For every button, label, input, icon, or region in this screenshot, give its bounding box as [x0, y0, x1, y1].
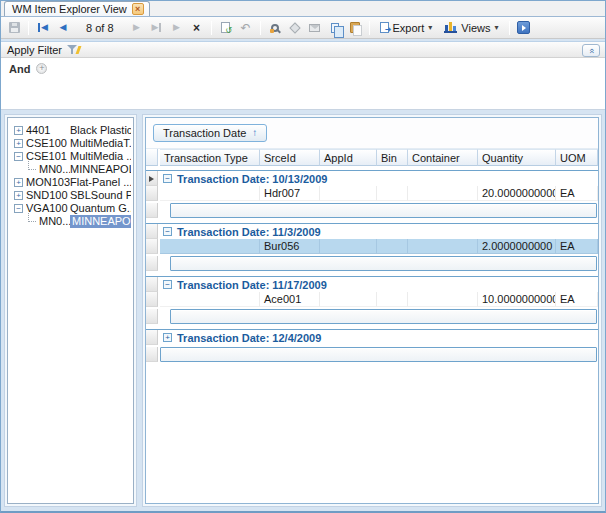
print-preview-button[interactable] — [266, 19, 284, 37]
group-header[interactable]: − Transaction Date: 11/3/2009 — [160, 224, 598, 239]
cell-transaction-type[interactable] — [160, 292, 260, 307]
group-header[interactable]: − Transaction Date: 10/13/2009 — [160, 171, 598, 186]
group-header-row[interactable]: − Transaction Date: 11/3/2009 — [146, 223, 598, 239]
export-button[interactable]: Export ▾ — [375, 18, 438, 38]
new-window-button[interactable] — [515, 19, 533, 37]
cell-appid[interactable] — [320, 239, 377, 254]
data-row-ace001[interactable]: Ace001 10.0000000000 EA — [146, 292, 598, 307]
group-summary-row — [146, 256, 598, 271]
new-window-icon — [517, 21, 530, 34]
row-selector[interactable] — [146, 203, 158, 218]
collapse-filter-button[interactable]: « — [582, 44, 600, 57]
column-header-container[interactable]: Container — [408, 149, 478, 166]
cell-quantity[interactable]: 2.0000000000 — [478, 239, 556, 254]
current-record-selector[interactable] — [146, 171, 158, 186]
data-row-bur056-selected[interactable]: Bur056 2.0000000000 EA — [146, 239, 598, 254]
tree-item-mon103[interactable]: + MON103 Flat-Panel ... — [10, 176, 131, 189]
cell-appid[interactable] — [320, 292, 377, 307]
cell-quantity[interactable]: 20.0000000000 — [478, 186, 556, 201]
cell-appid[interactable] — [320, 186, 377, 201]
row-selector[interactable] — [146, 309, 158, 324]
cell-uom[interactable]: EA — [556, 292, 598, 307]
tree-item-snd100[interactable]: + SND100 SBLSound Pl... — [10, 189, 131, 202]
add-condition-icon[interactable]: + — [36, 63, 47, 74]
row-selector[interactable] — [146, 186, 158, 201]
copy-button[interactable] — [326, 19, 344, 37]
views-dropdown-icon[interactable]: ▾ — [495, 23, 499, 32]
cell-bin[interactable] — [377, 292, 408, 307]
attachment-button[interactable] — [286, 19, 304, 37]
save-button[interactable] — [5, 19, 23, 37]
group-by-transaction-date-button[interactable]: Transaction Date ↑ — [153, 124, 267, 142]
collapse-toggle-icon[interactable]: − — [14, 152, 23, 161]
next-record-button[interactable]: ▶ — [128, 19, 146, 37]
column-header-appid[interactable]: AppId — [320, 149, 377, 166]
column-header-quantity[interactable]: Quantity — [478, 149, 556, 166]
first-record-icon: ◀ — [38, 23, 48, 32]
cell-bin[interactable] — [377, 186, 408, 201]
row-selector[interactable] — [146, 239, 158, 254]
row-selector[interactable] — [146, 292, 158, 307]
group-header-row[interactable]: + Transaction Date: 12/4/2009 — [146, 329, 598, 345]
cell-srceid[interactable]: Ace001 — [260, 292, 320, 307]
cell-srceid[interactable]: Bur056 — [260, 239, 320, 254]
group-header-row[interactable]: − Transaction Date: 10/13/2009 — [146, 170, 598, 186]
tree-item-cse100[interactable]: + CSE100 MultiMediaT... — [10, 137, 131, 150]
collapse-toggle-icon[interactable]: − — [14, 204, 23, 213]
expand-toggle-icon[interactable]: + — [14, 191, 23, 200]
save-icon — [9, 22, 20, 33]
group-expand-icon[interactable]: + — [163, 333, 172, 342]
tree-item-desc: MultiMediaT... — [70, 137, 131, 150]
first-record-button[interactable]: ◀ — [34, 19, 52, 37]
views-button[interactable]: Views ▾ — [439, 18, 503, 38]
tree-item-4401[interactable]: + 4401 Black Plastic... — [10, 124, 131, 137]
cell-uom[interactable]: EA — [556, 186, 598, 201]
column-header-transaction-type[interactable]: Transaction Type — [160, 149, 260, 166]
group-header[interactable]: − Transaction Date: 11/17/2009 — [160, 277, 598, 292]
row-selector[interactable] — [146, 256, 158, 271]
tab-wm-item-explorer[interactable]: WM Item Explorer View × — [4, 1, 150, 16]
undo-icon: ↶ — [241, 21, 251, 35]
column-header-srceid[interactable]: SrceId — [260, 149, 320, 166]
cell-transaction-type[interactable] — [160, 186, 260, 201]
tree-child-item-mn0[interactable]: MN0... MINNEAPOL... — [10, 163, 131, 176]
data-row-hdr007[interactable]: Hdr007 20.0000000000 EA — [146, 186, 598, 201]
cell-quantity[interactable]: 10.0000000000 — [478, 292, 556, 307]
run-button[interactable]: ▶ — [168, 19, 186, 37]
tree-child-item-mn0-selected[interactable]: MN0... MINNEAPOL... — [10, 215, 131, 228]
column-header-uom[interactable]: UOM — [556, 149, 598, 166]
row-selector[interactable] — [146, 330, 158, 345]
apply-filter-header[interactable]: Apply Filter « — [1, 41, 605, 58]
cell-transaction-type[interactable] — [160, 239, 260, 254]
expand-toggle-icon[interactable]: + — [14, 126, 23, 135]
row-selector[interactable] — [146, 347, 158, 362]
undo-button[interactable]: ↶ — [237, 19, 255, 37]
filter-operator[interactable]: And — [9, 63, 30, 75]
delete-button[interactable]: × — [188, 19, 206, 37]
cell-container[interactable] — [408, 239, 478, 254]
group-collapse-icon[interactable]: − — [163, 227, 172, 236]
expand-toggle-icon[interactable]: + — [14, 139, 23, 148]
tab-close-icon[interactable]: × — [132, 3, 144, 15]
group-header-row[interactable]: − Transaction Date: 11/17/2009 — [146, 276, 598, 292]
cell-container[interactable] — [408, 186, 478, 201]
refresh-button[interactable]: ↺ — [217, 19, 235, 37]
paste-button[interactable] — [346, 19, 364, 37]
expand-toggle-icon[interactable]: + — [14, 178, 23, 187]
cell-uom[interactable]: EA — [556, 239, 598, 254]
cell-bin[interactable] — [377, 239, 408, 254]
mail-button[interactable] — [306, 19, 324, 37]
row-selector[interactable] — [146, 277, 158, 292]
column-header-bin[interactable]: Bin — [377, 149, 408, 166]
last-record-button[interactable]: ▶ — [148, 19, 166, 37]
group-header[interactable]: + Transaction Date: 12/4/2009 — [160, 330, 598, 345]
group-collapse-icon[interactable]: − — [163, 174, 172, 183]
group-collapse-icon[interactable]: − — [163, 280, 172, 289]
previous-record-button[interactable]: ◀ — [54, 19, 72, 37]
main-area: + 4401 Black Plastic... + CSE100 MultiMe… — [4, 114, 602, 507]
cell-srceid[interactable]: Hdr007 — [260, 186, 320, 201]
row-selector[interactable] — [146, 224, 158, 239]
tree-item-code: MON103 — [26, 176, 70, 189]
cell-container[interactable] — [408, 292, 478, 307]
export-dropdown-icon[interactable]: ▾ — [428, 23, 432, 32]
